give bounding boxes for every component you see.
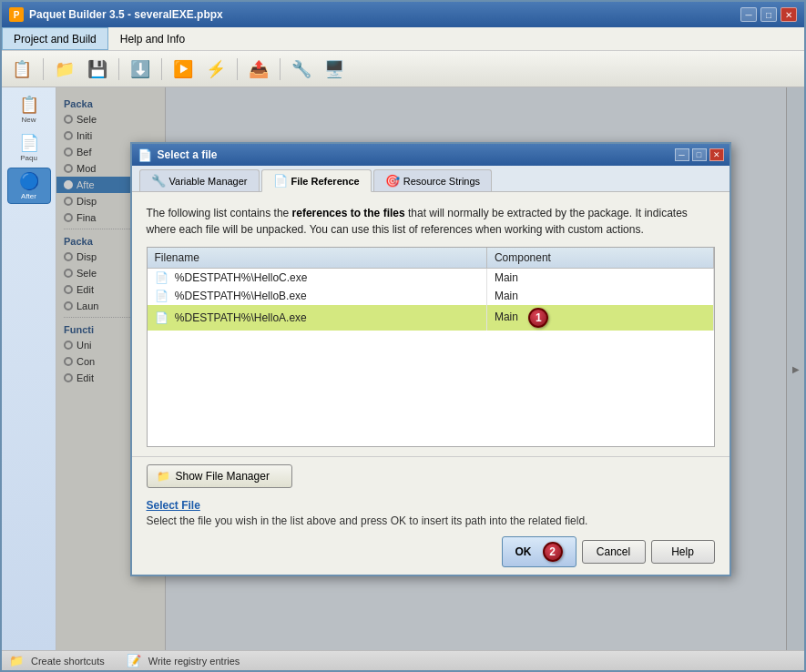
dialog-tabs: 🔧 Variable Manager 📄 File Reference 🎯 Re… bbox=[132, 166, 729, 192]
shortcuts-icon: 📁 bbox=[9, 654, 24, 667]
step-badge-1: 1 bbox=[528, 308, 548, 328]
file-icon-2: 📄 bbox=[155, 290, 168, 302]
maximize-button[interactable]: □ bbox=[760, 7, 777, 22]
show-file-manager-container: 📁 Show File Manager bbox=[147, 464, 715, 488]
component-cell-1: Main bbox=[486, 269, 713, 288]
column-filename: Filename bbox=[148, 248, 487, 269]
registry-label: Write registry entries bbox=[148, 656, 240, 667]
file-manager-icon: 📁 bbox=[157, 470, 170, 483]
component-cell-3: Main 1 bbox=[486, 305, 713, 331]
toolbar-separator-1 bbox=[43, 58, 44, 80]
resource-strings-icon: 🎯 bbox=[385, 174, 400, 188]
select-file-desc: Select the file you wish in the list abo… bbox=[147, 514, 715, 527]
app-icon: P bbox=[9, 7, 24, 22]
dialog-close-button[interactable]: ✕ bbox=[709, 148, 724, 161]
dialog-description: The following list contains the referenc… bbox=[147, 205, 715, 238]
shortcuts-label: Create shortcuts bbox=[31, 656, 105, 667]
filename-cell-3: 📄 %DESTPATH%\HelloA.exe bbox=[148, 305, 487, 331]
toolbar-separator-2 bbox=[118, 58, 119, 80]
sidebar-paqu[interactable]: 📄 Paqu bbox=[7, 129, 51, 166]
dialog-maximize-button[interactable]: □ bbox=[692, 148, 707, 161]
file-icon-1: 📄 bbox=[155, 271, 168, 284]
modal-overlay: 📄 Select a file ─ □ ✕ 🔧 Vari bbox=[56, 87, 804, 650]
dialog-title-left: 📄 Select a file bbox=[138, 148, 218, 162]
status-bar: 📁 Create shortcuts 📝 Write registry entr… bbox=[2, 650, 804, 670]
content-area: Packa Sele Initi Bef Mo bbox=[56, 87, 804, 650]
title-bar-left: P Paquet Builder 3.5 - severalEXE.pbpx bbox=[9, 7, 223, 22]
download-button[interactable]: ⬇️ bbox=[126, 55, 155, 84]
dialog-title-text: Select a file bbox=[158, 148, 218, 161]
main-window: P Paquet Builder 3.5 - severalEXE.pbpx ─… bbox=[0, 0, 806, 672]
sidebar-new[interactable]: 📋 New bbox=[7, 91, 51, 127]
menu-project-and-build[interactable]: Project and Build bbox=[2, 27, 108, 50]
menu-bar: Project and Build Help and Info bbox=[2, 27, 804, 51]
dialog-minimize-button[interactable]: ─ bbox=[675, 148, 689, 161]
sidebar: 📋 New 📄 Paqu 🔵 After bbox=[2, 87, 56, 650]
select-file-title[interactable]: Select File bbox=[147, 499, 715, 512]
select-file-dialog: 📄 Select a file ─ □ ✕ 🔧 Vari bbox=[130, 142, 731, 576]
toolbar: 📋 📁 💾 ⬇️ ▶️ ⚡ 📤 🔧 🖥️ bbox=[2, 51, 804, 87]
file-table-container: Filename Component 📄 %DESTPATH%\HelloC.e… bbox=[147, 247, 715, 447]
toolbar-separator-5 bbox=[280, 58, 281, 80]
table-row[interactable]: 📄 %DESTPATH%\HelloB.exe Main bbox=[148, 287, 714, 305]
sidebar-active[interactable]: 🔵 After bbox=[7, 168, 51, 204]
toolbar-separator-3 bbox=[161, 58, 162, 80]
file-reference-icon: 📄 bbox=[273, 174, 288, 188]
dialog-title-bar: 📄 Select a file ─ □ ✕ bbox=[132, 144, 729, 166]
save-button[interactable]: 💾 bbox=[83, 55, 112, 84]
tab-resource-strings[interactable]: 🎯 Resource Strings bbox=[373, 169, 492, 191]
app-title: Paquet Builder 3.5 - severalEXE.pbpx bbox=[29, 8, 223, 21]
menu-help-and-info[interactable]: Help and Info bbox=[108, 27, 197, 50]
ok-button[interactable]: OK 2 bbox=[502, 536, 576, 567]
close-button[interactable]: ✕ bbox=[780, 7, 797, 22]
step-badge-2: 2 bbox=[543, 542, 563, 562]
dialog-footer: 📁 Show File Manager Select File Select t… bbox=[132, 456, 729, 575]
filename-cell-2: 📄 %DESTPATH%\HelloB.exe bbox=[148, 287, 487, 305]
toolbar-separator-4 bbox=[237, 58, 238, 80]
export-button[interactable]: 📤 bbox=[244, 55, 273, 84]
file-table: Filename Component 📄 %DESTPATH%\HelloC.e… bbox=[148, 248, 714, 331]
component-cell-2: Main bbox=[486, 287, 713, 305]
tools-button[interactable]: 🔧 bbox=[287, 55, 316, 84]
run-button[interactable]: ▶️ bbox=[168, 55, 198, 84]
open-button[interactable]: 📁 bbox=[50, 55, 79, 84]
filename-cell-1: 📄 %DESTPATH%\HelloC.exe bbox=[148, 269, 487, 288]
dialog-action-bar: OK 2 Cancel Help bbox=[147, 533, 715, 567]
main-body: 📋 New 📄 Paqu 🔵 After Packa Sele bbox=[2, 87, 804, 650]
file-icon-3: 📄 bbox=[155, 311, 168, 324]
tab-variable-manager[interactable]: 🔧 Variable Manager bbox=[139, 169, 260, 191]
tab-file-reference[interactable]: 📄 File Reference bbox=[261, 169, 372, 192]
title-controls: ─ □ ✕ bbox=[740, 7, 797, 22]
title-bar: P Paquet Builder 3.5 - severalEXE.pbpx ─… bbox=[2, 2, 804, 27]
variable-manager-icon: 🔧 bbox=[151, 174, 166, 188]
cancel-button[interactable]: Cancel bbox=[582, 540, 646, 564]
column-component: Component bbox=[486, 248, 713, 269]
dialog-body: The following list contains the referenc… bbox=[132, 192, 729, 456]
flash-button[interactable]: ⚡ bbox=[201, 55, 230, 84]
minimize-button[interactable]: ─ bbox=[740, 7, 757, 22]
help-button[interactable]: Help bbox=[651, 540, 715, 564]
select-file-section: Select File Select the file you wish in … bbox=[147, 494, 715, 527]
new-button[interactable]: 📋 bbox=[7, 55, 36, 84]
registry-icon: 📝 bbox=[127, 654, 141, 667]
dialog-controls: ─ □ ✕ bbox=[675, 148, 724, 161]
show-file-manager-button[interactable]: 📁 Show File Manager bbox=[147, 464, 292, 488]
table-row-selected[interactable]: 📄 %DESTPATH%\HelloA.exe Main 1 bbox=[148, 305, 714, 331]
display-button[interactable]: 🖥️ bbox=[320, 55, 349, 84]
table-row[interactable]: 📄 %DESTPATH%\HelloC.exe Main bbox=[148, 269, 714, 288]
